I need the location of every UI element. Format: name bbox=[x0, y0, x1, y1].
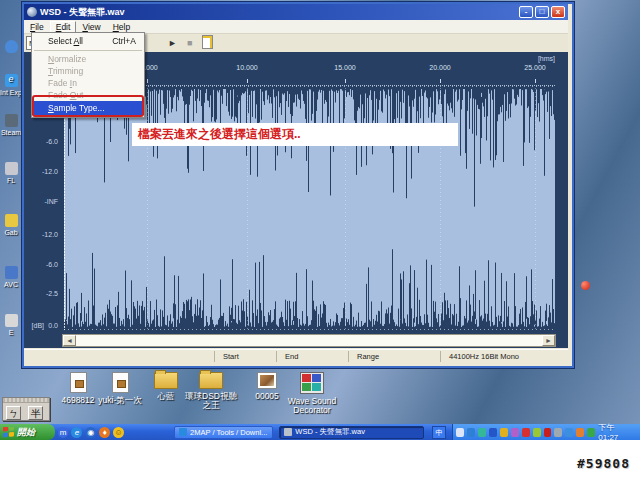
desktop-icon-gab[interactable]: Gab bbox=[0, 214, 22, 236]
tray-icon[interactable] bbox=[522, 428, 530, 437]
task-button-browser[interactable]: 2MAP / Tools / Downl... bbox=[174, 426, 273, 439]
desktop-background: eInt Exp Steam FL Gab AVC E WSD - 失聲無罪.w… bbox=[0, 0, 640, 440]
wsd-window: WSD - 失聲無罪.wav - □ x File Edit View Help… bbox=[22, 2, 574, 368]
task-button-wsd[interactable]: WSD - 失聲無罪.wav bbox=[279, 426, 424, 439]
status-end: End bbox=[276, 351, 348, 362]
document-icon bbox=[70, 372, 87, 393]
system-tray: 下午 01:27 bbox=[452, 424, 640, 440]
smiley-icon[interactable]: ☺ bbox=[113, 427, 124, 438]
language-bar-button[interactable]: 中 bbox=[432, 426, 446, 439]
db-scale-label: -2.5 bbox=[24, 290, 58, 297]
tray-icon[interactable] bbox=[565, 428, 573, 437]
ime-toolbar[interactable]: ㄅ 半 bbox=[2, 397, 50, 421]
horizontal-scrollbar[interactable]: ◄ ► bbox=[62, 334, 556, 347]
tray-icon[interactable] bbox=[478, 428, 486, 437]
desktop-icon-label: E bbox=[0, 329, 22, 336]
menu-item-select-all[interactable]: Select All Ctrl+A bbox=[32, 35, 144, 48]
maximize-button[interactable]: □ bbox=[535, 6, 549, 18]
desktop-icon-label: Gab bbox=[0, 229, 22, 236]
status-bar: Start End Range 44100Hz 16Bit Mono bbox=[24, 349, 568, 362]
db-scale-label: -6.0 bbox=[24, 138, 58, 145]
scroll-left-arrow[interactable]: ◄ bbox=[63, 335, 76, 346]
tray-icon[interactable] bbox=[467, 428, 475, 437]
tray-icon[interactable] bbox=[456, 428, 464, 437]
desktop-icon-label: 環球DSD視聽之王 bbox=[183, 392, 239, 410]
start-label: 開始 bbox=[17, 426, 35, 439]
desktop-icon-internet-explorer[interactable]: eInt Exp bbox=[0, 74, 22, 96]
db-scale-label: -12.0 bbox=[24, 168, 58, 175]
footer-strip: #59808 bbox=[0, 440, 640, 480]
tray-icon[interactable] bbox=[489, 428, 497, 437]
ruler-unit-label: [hms] bbox=[521, 55, 555, 62]
red-dot bbox=[581, 281, 590, 290]
tray-icon[interactable] bbox=[511, 428, 519, 437]
file-info-icon[interactable] bbox=[202, 35, 213, 51]
ruler-tick-label: 25.000 bbox=[524, 64, 545, 71]
desktop-icon-label: Steam bbox=[0, 129, 22, 136]
tray-icon[interactable] bbox=[576, 428, 584, 437]
scroll-right-arrow[interactable]: ► bbox=[542, 335, 555, 346]
db-scale-label: -12.0 bbox=[24, 231, 58, 238]
desktop-icon-folder-dsd[interactable]: 環球DSD視聽之王 bbox=[183, 372, 239, 410]
menu-item-sample-type[interactable]: Sample Type... bbox=[32, 101, 144, 115]
menu-item-fade-out[interactable]: Fade Out bbox=[32, 89, 144, 101]
menu-edit[interactable]: Edit bbox=[50, 21, 77, 33]
menu-item-normalize[interactable]: Normalize bbox=[32, 53, 144, 65]
db-zero-label: 0.0 bbox=[24, 322, 58, 329]
ruler-tick bbox=[535, 79, 536, 83]
status-start: Start bbox=[214, 351, 276, 362]
ie-icon bbox=[179, 428, 187, 436]
msn-icon[interactable]: m bbox=[58, 427, 69, 438]
ie-icon: e bbox=[5, 74, 18, 87]
page-id: #59808 bbox=[577, 456, 630, 471]
desktop-icon-label: yuki-第一次 bbox=[94, 396, 146, 405]
messenger-icon[interactable]: ◉ bbox=[85, 427, 96, 438]
db-scale-label: -INF bbox=[24, 198, 58, 205]
ruler-tick bbox=[345, 79, 346, 83]
ime-grip[interactable] bbox=[3, 398, 49, 403]
play-button[interactable]: ► bbox=[168, 38, 177, 48]
tray-icon[interactable] bbox=[554, 428, 562, 437]
ime-halfwidth-button[interactable]: 半 bbox=[28, 406, 43, 420]
ime-bopomofo-button[interactable]: ㄅ bbox=[6, 406, 21, 420]
desktop-icon-steam[interactable]: Steam bbox=[0, 114, 22, 136]
shortcut-icon bbox=[5, 162, 18, 175]
desktop-icon-label: Wave Sound Decorator bbox=[284, 397, 340, 415]
window-title: WSD - 失聲無罪.wav bbox=[40, 6, 125, 19]
tray-icon[interactable] bbox=[544, 428, 552, 437]
tray-icon[interactable] bbox=[533, 428, 541, 437]
ruler-tick bbox=[247, 79, 248, 83]
document-icon bbox=[112, 372, 129, 393]
desktop-icon-wave-sound-decorator[interactable]: Wave Sound Decorator bbox=[284, 372, 340, 415]
steam-icon bbox=[5, 114, 18, 127]
unknown-icon bbox=[5, 40, 18, 53]
title-bar[interactable]: WSD - 失聲無罪.wav - □ x bbox=[24, 4, 568, 20]
menu-help[interactable]: Help bbox=[107, 21, 136, 33]
taskbar-clock[interactable]: 下午 01:27 bbox=[598, 422, 640, 442]
wsd-app-icon bbox=[284, 428, 292, 436]
annotation-note: 檔案丟進來之後選擇這個選項.. bbox=[132, 123, 458, 146]
edit-menu-dropdown: Select All Ctrl+A Normalize Trimming Fad… bbox=[31, 32, 145, 118]
stop-button[interactable]: ■ bbox=[187, 38, 192, 48]
yellow-app-icon bbox=[5, 214, 18, 227]
menu-view[interactable]: View bbox=[76, 21, 106, 33]
folder-icon bbox=[199, 372, 223, 389]
ie-icon[interactable]: e bbox=[71, 427, 82, 438]
menu-item-trimming[interactable]: Trimming bbox=[32, 65, 144, 77]
app-icon bbox=[27, 7, 37, 17]
desktop-icon-partial[interactable] bbox=[0, 40, 22, 55]
flame-icon[interactable]: ♦ bbox=[99, 427, 110, 438]
tray-icon[interactable] bbox=[587, 428, 595, 437]
desktop-icon-yuki[interactable]: yuki-第一次 bbox=[94, 372, 146, 405]
image-file-icon bbox=[257, 372, 277, 389]
desktop-icon-avc[interactable]: AVC bbox=[0, 266, 22, 288]
start-button[interactable]: 開始 bbox=[0, 424, 55, 440]
desktop-icon-fl[interactable]: FL bbox=[0, 162, 22, 184]
minimize-button[interactable]: - bbox=[519, 6, 533, 18]
close-button[interactable]: x bbox=[551, 6, 565, 18]
menu-file[interactable]: File bbox=[24, 21, 50, 33]
tray-icon[interactable] bbox=[500, 428, 508, 437]
menu-item-fade-in[interactable]: Fade In bbox=[32, 77, 144, 89]
desktop-icon-label: Int Exp bbox=[0, 89, 22, 96]
shortcut-label: Ctrl+A bbox=[112, 35, 136, 48]
